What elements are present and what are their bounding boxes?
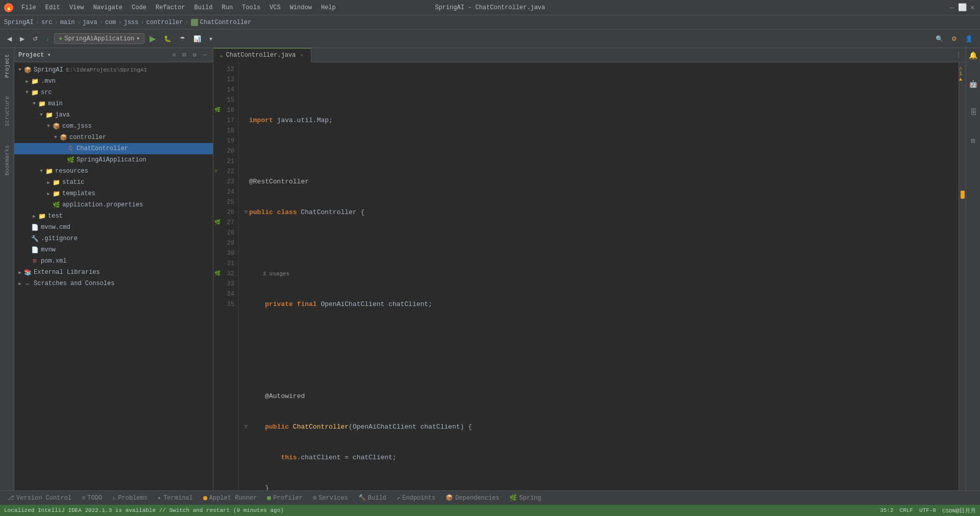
tree-item-springai[interactable]: ▼ 📦 SpringAI E:\IdeaProjects\SpringAI bbox=[14, 64, 213, 76]
bottom-tab-build[interactable]: 🔨 Build bbox=[355, 491, 389, 505]
tab-close-btn[interactable]: ✕ bbox=[299, 52, 305, 58]
more-run-btn[interactable]: ▾ bbox=[206, 34, 215, 44]
toolbar-back-btn[interactable]: ◀ bbox=[4, 34, 15, 44]
menu-navigate[interactable]: Navigate bbox=[89, 3, 127, 13]
classname-chatcontroller: ChatController bbox=[301, 207, 356, 218]
tab-project[interactable]: Project bbox=[2, 50, 12, 82]
tree-item-templates[interactable]: ▶ 📁 templates bbox=[14, 188, 213, 199]
bottom-tab-dependencies[interactable]: 📦 Dependencies bbox=[443, 491, 502, 505]
gutter-spring-icon[interactable]: 🌿 bbox=[214, 105, 220, 115]
maven-tab[interactable]: m bbox=[968, 136, 978, 146]
tree-item-mvn[interactable]: ▶ 📁 .mvn bbox=[14, 76, 213, 87]
gutter-spring-icon2[interactable]: 🌿 bbox=[214, 218, 220, 228]
breadcrumb: SpringAI › src › main › java › com › jss… bbox=[0, 15, 980, 30]
tree-item-gitignore[interactable]: 🔧 .gitignore bbox=[14, 233, 213, 244]
menu-view[interactable]: View bbox=[65, 3, 88, 13]
search-everywhere-btn[interactable]: 🔍 bbox=[933, 34, 946, 44]
bottom-tab-problems[interactable]: ⚠ Problems bbox=[109, 491, 151, 505]
tree-item-main[interactable]: ▼ 📁 main bbox=[14, 98, 213, 109]
tree-item-scratches[interactable]: ▶ ✏ Scratches and Consoles bbox=[14, 278, 213, 289]
settings-btn[interactable]: ⚙ bbox=[190, 51, 199, 59]
tree-item-mvnw[interactable]: 📄 mvnw bbox=[14, 244, 213, 255]
bottom-tab-endpoints[interactable]: ↗ Endpoints bbox=[394, 491, 438, 505]
notifications-tab[interactable]: 🔔 bbox=[968, 50, 978, 60]
bottom-tab-todo[interactable]: ≡ TODO bbox=[79, 491, 105, 505]
bottom-tab-services[interactable]: ⚙ Services bbox=[310, 491, 351, 505]
left-sidebar-tabs: Project Structure Bookmarks bbox=[0, 48, 14, 490]
breadcrumb-item-file[interactable]: ChatController bbox=[200, 19, 252, 26]
tree-item-java[interactable]: ▼ 📁 java bbox=[14, 109, 213, 121]
profiler-label: Profiler bbox=[273, 495, 303, 502]
debug-button[interactable]: 🐛 bbox=[161, 34, 175, 44]
tree-item-controller[interactable]: ▼ 📦 controller bbox=[14, 132, 213, 143]
locate-in-tree-btn[interactable]: ⊙ bbox=[170, 51, 178, 59]
github-copilot-tab[interactable]: 🤖 bbox=[968, 79, 978, 89]
arrow-placeholder bbox=[59, 156, 66, 163]
breadcrumb-item-com[interactable]: com bbox=[105, 19, 116, 26]
menu-code[interactable]: Code bbox=[128, 3, 151, 13]
menu-tools[interactable]: Tools bbox=[238, 3, 264, 13]
line-29: 29 bbox=[213, 238, 238, 248]
breadcrumb-item-jsss[interactable]: jsss bbox=[124, 19, 138, 26]
tree-item-resources[interactable]: ▼ 📁 resources bbox=[14, 166, 213, 177]
menu-edit[interactable]: Edit bbox=[41, 3, 64, 13]
toolbar-forward-btn[interactable]: ▶ bbox=[17, 34, 28, 44]
tree-item-springaiapp[interactable]: 🌿 SpringAiApplication bbox=[14, 154, 213, 166]
database-tab[interactable]: 🗄 bbox=[968, 107, 978, 118]
bottom-tab-spring[interactable]: 🌿 Spring bbox=[506, 491, 544, 505]
menu-file[interactable]: File bbox=[17, 3, 40, 13]
status-lineending[interactable]: CRLF bbox=[900, 507, 913, 513]
code-content[interactable]: import java.util.Map; @RestController ▽ … bbox=[239, 62, 959, 490]
toolbar-user-btn[interactable]: 👤 bbox=[962, 34, 976, 44]
menu-refactor[interactable]: Refactor bbox=[152, 3, 189, 13]
gutter-fold-icon[interactable]: ▽ bbox=[214, 167, 217, 177]
tree-item-comjsss[interactable]: ▼ 📦 com.jsss bbox=[14, 121, 213, 132]
tree-label-controller: controller bbox=[69, 134, 106, 141]
maximize-button[interactable]: ⬜ bbox=[959, 4, 966, 11]
build-icon: 🔨 bbox=[358, 494, 366, 502]
collapse-all-btn[interactable]: ⊟ bbox=[180, 51, 188, 59]
editor-scrollbar[interactable]: ⚠ 1 ▲ bbox=[959, 62, 966, 490]
breadcrumb-item-controller[interactable]: controller bbox=[146, 19, 183, 26]
profile-button[interactable]: 📊 bbox=[190, 34, 204, 44]
tree-item-chatcontroller[interactable]: C ChatController bbox=[14, 143, 213, 154]
bottom-tab-profiler[interactable]: Profiler bbox=[264, 491, 306, 505]
tree-item-src[interactable]: ▼ 📁 src bbox=[14, 87, 213, 98]
run-button[interactable]: ▶ bbox=[146, 32, 159, 45]
tab-bookmarks[interactable]: Bookmarks bbox=[2, 141, 12, 179]
run-config-dropdown-icon[interactable]: ▾ bbox=[136, 35, 140, 42]
breadcrumb-item-java[interactable]: java bbox=[83, 19, 97, 26]
close-button[interactable]: ✕ bbox=[969, 4, 976, 11]
run-configuration[interactable]: ● SpringAiApplication ▾ bbox=[54, 33, 144, 44]
bottom-tab-appletrunner[interactable]: Applet Runner bbox=[200, 491, 260, 505]
status-position[interactable]: 35:2 bbox=[880, 507, 893, 513]
editor-more-btn[interactable]: ⋮ bbox=[955, 51, 962, 59]
vcs-update-btn[interactable]: ↓ bbox=[43, 34, 52, 44]
toolbar-refresh-btn[interactable]: ↺ bbox=[30, 34, 41, 44]
menu-run[interactable]: Run bbox=[217, 3, 237, 13]
menu-window[interactable]: Window bbox=[286, 3, 316, 13]
tree-item-static[interactable]: ▶ 📁 static bbox=[14, 177, 213, 188]
status-encoding[interactable]: UTF-8 bbox=[919, 507, 936, 513]
project-dropdown-icon[interactable]: ▾ bbox=[47, 51, 51, 59]
coverage-button[interactable]: ☂ bbox=[177, 34, 188, 44]
minimize-button[interactable]: — bbox=[948, 4, 955, 11]
tree-item-mvnwcmd[interactable]: 📄 mvnw.cmd bbox=[14, 222, 213, 233]
tree-item-appprops[interactable]: 🌿 application.properties bbox=[14, 199, 213, 210]
breadcrumb-item-src[interactable]: src bbox=[41, 19, 53, 26]
tab-structure[interactable]: Structure bbox=[2, 92, 12, 130]
menu-build[interactable]: Build bbox=[190, 3, 216, 13]
bottom-tab-versioncontrol[interactable]: ⎇ Version Control bbox=[4, 491, 75, 505]
gutter-spring-icon3[interactable]: 🌿 bbox=[214, 269, 220, 279]
menu-vcs[interactable]: VCS bbox=[265, 3, 285, 13]
close-panel-btn[interactable]: — bbox=[201, 51, 209, 59]
tree-item-test[interactable]: ▶ 📁 test bbox=[14, 210, 213, 222]
tree-item-pomxml[interactable]: m pom.xml bbox=[14, 255, 213, 267]
menu-help[interactable]: Help bbox=[317, 3, 340, 13]
tree-item-extlibs[interactable]: ▶ 📚 External Libraries bbox=[14, 267, 213, 278]
bottom-tab-terminal[interactable]: ▸ Terminal bbox=[155, 491, 196, 505]
toolbar-settings-btn[interactable]: ⚙ bbox=[948, 34, 960, 44]
breadcrumb-item-main[interactable]: main bbox=[60, 19, 75, 26]
editor-tab-chatcontroller[interactable]: ☕ ChatController.java ✕ bbox=[213, 48, 311, 62]
breadcrumb-item-project[interactable]: SpringAI bbox=[4, 19, 34, 26]
